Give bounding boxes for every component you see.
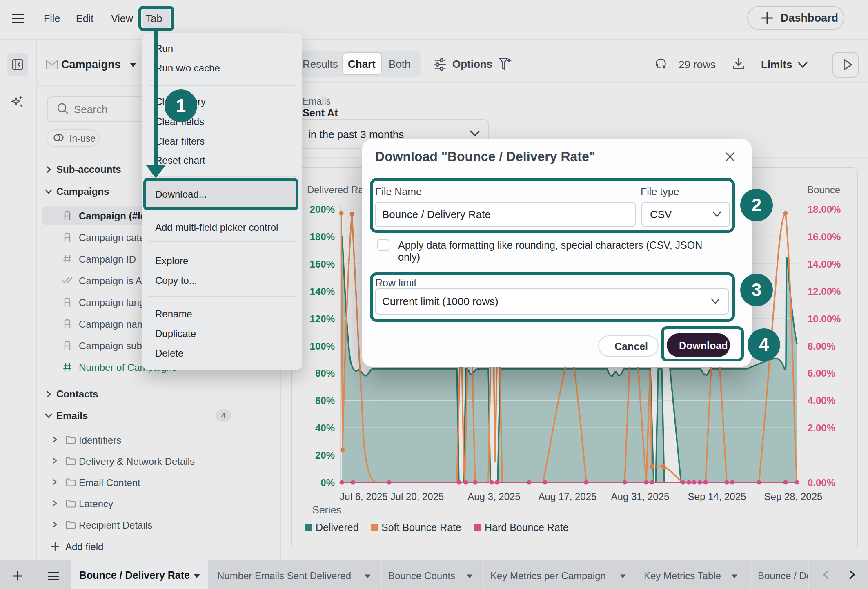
svg-text:100%: 100% (310, 341, 335, 352)
svg-text:Bounce: Bounce (807, 184, 840, 195)
svg-text:20%: 20% (315, 450, 335, 461)
svg-text:60%: 60% (315, 395, 335, 406)
svg-text:Jul 20, 2025: Jul 20, 2025 (391, 491, 444, 502)
svg-text:14.00%: 14.00% (808, 259, 841, 270)
svg-text:Aug 3, 2025: Aug 3, 2025 (467, 491, 520, 502)
svg-text:180%: 180% (310, 231, 335, 242)
svg-text:8.00%: 8.00% (808, 341, 835, 352)
svg-text:Series: Series (312, 504, 341, 515)
svg-text:0%: 0% (320, 477, 335, 488)
svg-text:Soft Bounce Rate: Soft Bounce Rate (381, 522, 461, 533)
svg-text:Hard Bounce Rate: Hard Bounce Rate (485, 522, 569, 533)
svg-text:Sep 14, 2025: Sep 14, 2025 (688, 491, 746, 502)
svg-text:16.00%: 16.00% (808, 231, 841, 242)
svg-text:200%: 200% (310, 204, 335, 215)
svg-text:6.00%: 6.00% (808, 368, 835, 379)
svg-text:Jul 6, 2025: Jul 6, 2025 (340, 491, 387, 502)
svg-text:80%: 80% (315, 368, 335, 379)
svg-text:160%: 160% (310, 259, 335, 270)
svg-text:120%: 120% (310, 313, 335, 324)
svg-text:Aug 17, 2025: Aug 17, 2025 (539, 491, 597, 502)
svg-text:40%: 40% (315, 422, 335, 433)
svg-text:140%: 140% (310, 286, 335, 297)
svg-text:Delivered: Delivered (316, 522, 359, 533)
svg-text:2.00%: 2.00% (808, 422, 835, 433)
svg-text:10.00%: 10.00% (808, 313, 841, 324)
svg-text:0.00%: 0.00% (808, 477, 835, 488)
svg-text:Sep 28, 2025: Sep 28, 2025 (764, 491, 823, 502)
svg-text:Aug 31, 2025: Aug 31, 2025 (611, 491, 670, 502)
svg-text:18.00%: 18.00% (808, 204, 841, 215)
svg-text:12.00%: 12.00% (808, 286, 841, 297)
svg-text:4.00%: 4.00% (808, 395, 835, 406)
